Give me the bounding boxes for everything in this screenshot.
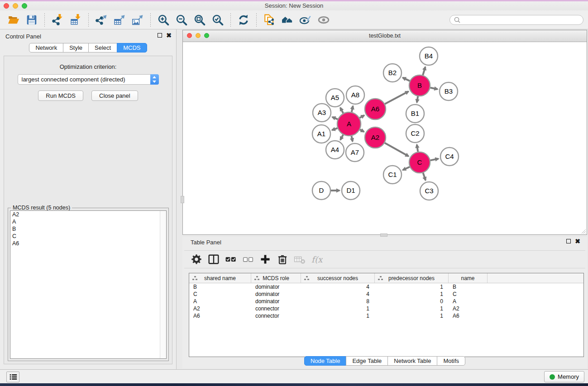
graph-node-B2[interactable]: B2 — [383, 64, 402, 82]
graph-node-A6[interactable]: A6 — [365, 99, 386, 119]
birdseye-view-button[interactable] — [315, 13, 333, 27]
close-panel-icon[interactable]: ✖ — [166, 33, 172, 38]
search-input[interactable] — [463, 16, 579, 24]
memory-button[interactable]: Memory — [544, 371, 584, 382]
graph-edge-A-A2[interactable] — [360, 129, 364, 132]
resize-grip-icon[interactable] — [580, 228, 586, 234]
graph-node-C2[interactable]: C2 — [406, 124, 424, 143]
table-row[interactable]: A6connector11A6 — [189, 312, 583, 319]
graph-edge-B-B3[interactable] — [430, 88, 438, 89]
save-session-button[interactable] — [23, 13, 41, 27]
graph-node-C3[interactable]: C3 — [420, 182, 438, 200]
import-table-button[interactable] — [67, 13, 85, 27]
table-row[interactable]: Bdominator41B — [189, 283, 583, 291]
graph-edge-C-C2[interactable] — [417, 145, 418, 152]
export-network-button[interactable] — [92, 13, 110, 27]
column-visibility-button[interactable] — [205, 253, 222, 266]
graph-edge-B-B2[interactable] — [403, 78, 410, 81]
graph-node-D[interactable]: D — [312, 181, 330, 200]
graph-node-C[interactable]: C — [409, 152, 430, 173]
graph-node-A1[interactable]: A1 — [312, 125, 330, 143]
task-history-button[interactable] — [6, 372, 19, 382]
graph-edge-C-C4[interactable] — [430, 159, 439, 161]
home-views-button[interactable] — [278, 13, 296, 27]
graph-edge-A-A6[interactable] — [360, 115, 364, 118]
graph-edge-A-A8[interactable] — [352, 106, 353, 112]
tab-network[interactable]: Network — [29, 43, 63, 52]
mcds-result-list[interactable]: A2ABCA6 — [10, 210, 167, 359]
zoom-in-button[interactable] — [154, 13, 172, 27]
table-close-panel-icon[interactable]: ✖ — [575, 239, 580, 243]
zoom-out-button[interactable] — [172, 13, 191, 27]
float-panel-icon[interactable] — [158, 33, 162, 38]
toggle-graphics-details-button[interactable] — [296, 13, 315, 27]
panel-divider-grip-horizontal[interactable] — [380, 234, 387, 237]
open-session-button[interactable] — [5, 13, 23, 27]
graph-node-A4[interactable]: A4 — [326, 141, 344, 159]
close-panel-button[interactable]: Close panel — [91, 91, 138, 101]
graph-node-B1[interactable]: B1 — [406, 105, 424, 123]
search-box[interactable] — [449, 15, 583, 25]
graph-edge-B-B1[interactable] — [417, 96, 418, 103]
graph-edge-A-A1[interactable] — [332, 128, 338, 130]
graph-node-A[interactable]: A — [337, 112, 361, 136]
tab-motifs[interactable]: Motifs — [437, 356, 465, 366]
tab-edge-table[interactable]: Edge Table — [346, 356, 388, 366]
graph-node-A7[interactable]: A7 — [346, 143, 364, 162]
deselect-all-rows-button[interactable] — [239, 253, 257, 266]
import-network-button[interactable] — [48, 13, 67, 27]
graph-node-B3[interactable]: B3 — [440, 82, 458, 100]
node-table[interactable]: shared nameMCDS rolesuccessor nodesprede… — [189, 273, 584, 357]
graph-node-A3[interactable]: A3 — [313, 104, 331, 122]
graph-edge-B-B4[interactable] — [423, 67, 425, 75]
new-network-from-selection-button[interactable] — [260, 13, 278, 27]
graph-edge-C-C1[interactable] — [403, 167, 410, 170]
delete-columns-button[interactable] — [274, 253, 291, 266]
graph-edge-A-A3[interactable] — [332, 117, 338, 119]
column-header-successor-nodes[interactable]: successor nodes — [301, 273, 375, 283]
tab-style[interactable]: Style — [63, 43, 89, 52]
graph-edge-A2-C[interactable] — [385, 143, 409, 157]
tab-select[interactable]: Select — [88, 43, 117, 52]
graph-node-C4[interactable]: C4 — [440, 148, 459, 166]
tab-node-table[interactable]: Node Table — [304, 356, 347, 366]
graph-node-D1[interactable]: D1 — [342, 181, 360, 200]
result-list-item[interactable]: A — [10, 218, 166, 225]
result-list-item[interactable]: A2 — [10, 211, 166, 218]
panel-divider-grip-vertical[interactable] — [181, 196, 184, 203]
export-table-button[interactable] — [110, 13, 129, 27]
table-mode-settings-button[interactable] — [188, 253, 205, 266]
tab-network-table[interactable]: Network Table — [387, 356, 437, 366]
graph-node-C1[interactable]: C1 — [383, 166, 402, 184]
graph-node-A5[interactable]: A5 — [326, 89, 344, 107]
table-row[interactable]: A2connector11A2 — [189, 305, 583, 312]
apply-layout-button[interactable] — [234, 13, 253, 27]
graph-edge-A-A7[interactable] — [352, 136, 353, 141]
column-header-name[interactable]: name — [449, 273, 488, 283]
zoom-fit-button[interactable] — [191, 13, 209, 27]
tab-mcds[interactable]: MCDS — [117, 43, 147, 52]
result-list-item[interactable]: B — [10, 225, 166, 233]
graph-node-B4[interactable]: B4 — [420, 47, 438, 65]
run-mcds-button[interactable]: Run MCDS — [38, 91, 83, 101]
create-new-column-button[interactable] — [257, 253, 274, 266]
result-list-item[interactable]: C — [10, 233, 166, 240]
zoom-selected-button[interactable] — [209, 13, 227, 27]
column-header-shared-name[interactable]: shared name — [189, 273, 251, 283]
table-float-panel-icon[interactable] — [566, 239, 571, 243]
result-list-scrollbar[interactable] — [160, 211, 166, 358]
network-canvas[interactable]: A5A8A3AA1A4A7A6A2B2B4BB3B1C2CC4C1C3DD1 — [183, 42, 587, 234]
table-row[interactable]: Cdominator41C — [189, 291, 583, 298]
column-header-MCDS-role[interactable]: MCDS role — [251, 273, 301, 283]
graph-edge-C-C3[interactable] — [423, 173, 426, 181]
column-header-predecessor-nodes[interactable]: predecessor nodes — [375, 273, 449, 283]
export-image-button[interactable] — [129, 13, 147, 27]
graph-node-A8[interactable]: A8 — [346, 86, 364, 104]
select-all-rows-button[interactable] — [222, 253, 239, 266]
graph-edge-A-A4[interactable] — [340, 135, 343, 140]
graph-edge-A-A5[interactable] — [340, 108, 344, 113]
graph-node-A2[interactable]: A2 — [365, 127, 386, 148]
result-list-item[interactable]: A6 — [10, 240, 166, 247]
graph-node-B[interactable]: B — [409, 75, 430, 96]
optimization-criterion-select[interactable]: largest connected component (directed) — [18, 74, 159, 85]
